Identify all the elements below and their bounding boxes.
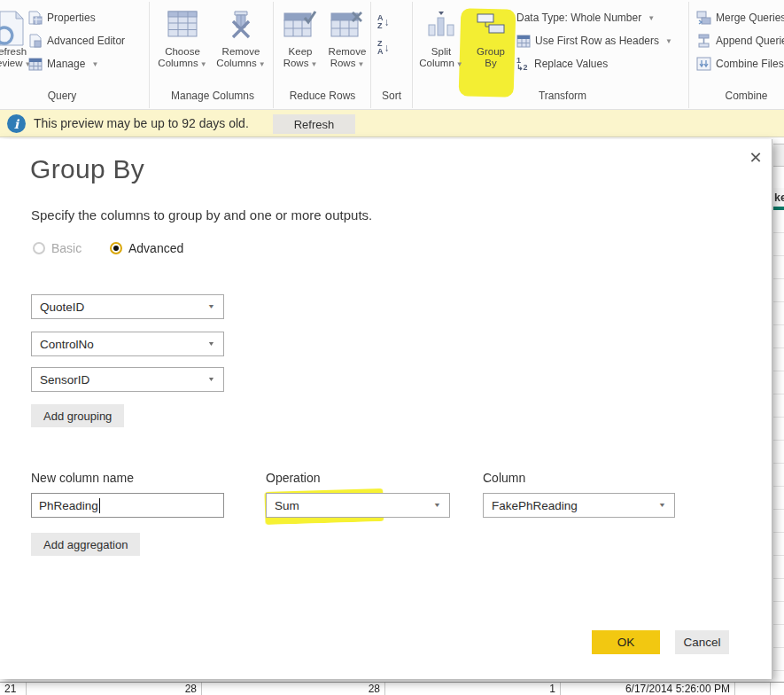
radio-advanced-label: Advanced xyxy=(128,241,183,255)
chevron-down-icon: ▼ xyxy=(259,60,266,68)
radio-advanced[interactable]: Advanced xyxy=(110,241,183,255)
group-separator xyxy=(149,2,150,108)
keep-rows-label-line2: Rows▼ xyxy=(283,58,318,70)
chevron-down-icon: ▼ xyxy=(207,376,215,383)
column-label: Column xyxy=(483,471,525,485)
group-separator xyxy=(412,2,413,108)
text-cursor xyxy=(99,498,100,513)
table-fragment-bottom: 21 28 28 1 6/17/2014 5:26:00 PM xyxy=(0,682,784,695)
split-column-label-line2: Column▼ xyxy=(419,58,463,70)
sort-za-icon: ZA xyxy=(377,40,384,56)
data-type-button[interactable]: Data Type: Whole Number ▼ xyxy=(516,9,655,27)
table-cell: 21 xyxy=(0,683,27,695)
group-label-sort: Sort xyxy=(370,90,413,102)
add-aggregation-button[interactable]: Add aggregation xyxy=(31,533,140,556)
group-label-transform: Transform xyxy=(496,90,629,102)
ribbon: Refresh Preview▼ Properties xyxy=(0,0,784,110)
remove-rows-label-line1: Remove xyxy=(329,46,367,58)
chevron-down-icon: ▼ xyxy=(665,37,672,45)
dialog-title: Group By xyxy=(30,154,144,184)
append-queries-button[interactable]: Append Queries xyxy=(696,32,784,50)
group-by-icon xyxy=(475,7,507,46)
manage-button[interactable]: Manage ▼ xyxy=(28,55,98,73)
chevron-down-icon: ▼ xyxy=(207,303,215,310)
sort-az-icon: AZ xyxy=(377,14,384,30)
radio-off-icon xyxy=(33,242,45,254)
combine-files-button[interactable]: Combine Files xyxy=(696,55,784,73)
group-column-dropdown-2[interactable]: ControlNo ▼ xyxy=(31,332,224,356)
table-cell: 28 xyxy=(202,683,385,695)
remove-rows-icon xyxy=(330,7,364,46)
manage-label: Manage xyxy=(47,58,85,70)
new-column-name-input[interactable]: PhReading xyxy=(31,493,224,518)
group-label-query: Query xyxy=(27,90,97,102)
group-column-value-2: ControlNo xyxy=(40,338,94,351)
ok-button[interactable]: OK xyxy=(592,630,660,654)
refresh-button[interactable]: Refresh xyxy=(273,114,355,134)
append-queries-icon xyxy=(696,34,711,48)
group-column-dropdown-3[interactable]: SensorID ▼ xyxy=(31,367,224,392)
choose-columns-label-line1: Choose xyxy=(165,46,200,58)
data-type-label: Data Type: Whole Number xyxy=(516,12,641,24)
cancel-button[interactable]: Cancel xyxy=(675,630,729,654)
group-column-dropdown-1[interactable]: QuoteID ▼ xyxy=(31,294,224,319)
table-cell xyxy=(735,683,771,695)
properties-label: Properties xyxy=(47,12,96,24)
operation-label: Operation xyxy=(266,471,320,485)
group-column-value-1: QuoteID xyxy=(40,301,84,314)
group-column-value-3: SensorID xyxy=(40,373,89,387)
split-column-icon xyxy=(426,7,456,46)
aggregation-column-dropdown[interactable]: FakePhReading ▼ xyxy=(483,493,675,518)
combine-files-label: Combine Files xyxy=(716,58,784,70)
merge-queries-label: Merge Queries xyxy=(716,12,784,24)
group-by-label-line1: Group xyxy=(477,46,505,58)
preview-notification-bar: i This preview may be up to 92 days old.… xyxy=(0,110,784,137)
merge-queries-button[interactable]: Merge Queries xyxy=(696,9,784,27)
group-label-combine: Combine xyxy=(709,90,784,102)
chevron-down-icon: ▼ xyxy=(456,60,463,68)
keep-rows-icon xyxy=(283,7,317,46)
properties-button[interactable]: Properties xyxy=(28,9,96,27)
append-queries-label: Append Queries xyxy=(716,35,784,47)
radio-on-icon xyxy=(110,242,122,254)
operation-value: Sum xyxy=(275,499,299,512)
remove-rows-label-line2: Rows▼ xyxy=(330,58,365,70)
operation-dropdown[interactable]: Sum ▼ xyxy=(266,493,450,518)
chevron-down-icon: ▼ xyxy=(357,60,364,68)
radio-basic-label: Basic xyxy=(51,241,82,255)
remove-columns-label-line2: Columns▼ xyxy=(216,58,265,70)
group-separator xyxy=(273,2,274,108)
close-icon[interactable]: ✕ xyxy=(744,146,767,169)
radio-basic[interactable]: Basic xyxy=(33,241,82,255)
choose-columns-button[interactable]: Choose Columns▼ xyxy=(156,7,209,70)
replace-values-icon: 1 ↳2 xyxy=(516,57,530,71)
replace-values-button[interactable]: 1 ↳2 Replace Values xyxy=(516,55,608,73)
group-separator xyxy=(688,2,689,108)
remove-columns-label-line1: Remove xyxy=(222,46,260,58)
sort-descending-button[interactable]: ZA ↓ xyxy=(377,36,404,59)
refresh-preview-label-line1: Refresh xyxy=(0,46,27,58)
sort-ascending-button[interactable]: AZ ↓ xyxy=(377,11,404,34)
remove-columns-button[interactable]: Remove Columns▼ xyxy=(214,7,268,70)
keep-rows-button[interactable]: Keep Rows▼ xyxy=(276,7,324,70)
properties-icon xyxy=(28,11,43,25)
preview-age-message: This preview may be up to 92 days old. xyxy=(34,116,249,130)
new-column-name-value: PhReading xyxy=(39,499,98,512)
add-grouping-button[interactable]: Add grouping xyxy=(31,404,124,427)
manage-icon xyxy=(28,58,43,71)
new-column-name-label: New column name xyxy=(31,471,134,485)
combine-files-icon xyxy=(696,57,711,71)
table-headers-icon xyxy=(516,35,531,48)
replace-values-label: Replace Values xyxy=(534,58,608,70)
table-rows-fragment xyxy=(773,210,784,682)
group-by-button[interactable]: Group By xyxy=(464,7,517,69)
group-by-dialog: ✕ Group By Specify the columns to group … xyxy=(0,139,772,679)
use-first-row-as-headers-button[interactable]: Use First Row as Headers ▼ xyxy=(516,32,672,50)
remove-rows-button[interactable]: Remove Rows▼ xyxy=(322,7,372,70)
advanced-editor-button[interactable]: Advanced Editor xyxy=(28,32,125,50)
down-arrow-icon: ↓ xyxy=(384,42,390,54)
table-cell: 1 xyxy=(385,683,561,695)
chevron-down-icon: ▼ xyxy=(658,502,666,509)
chevron-down-icon: ▼ xyxy=(200,60,207,68)
split-column-button[interactable]: Split Column▼ xyxy=(415,7,468,70)
